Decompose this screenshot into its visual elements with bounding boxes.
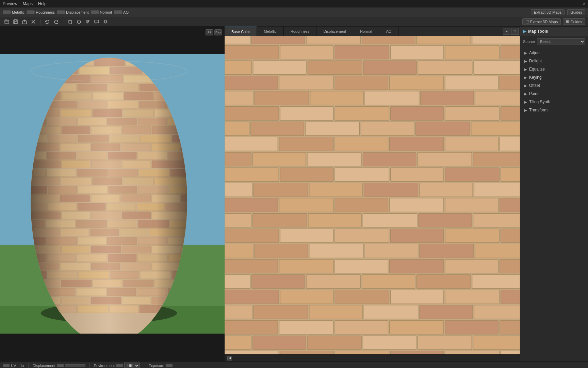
close-button[interactable]: × bbox=[583, 1, 585, 6]
map-tools-header: ▶ Map Tools bbox=[520, 27, 588, 36]
normal-toggle-box[interactable] bbox=[91, 10, 99, 14]
equalize-label: Equalize bbox=[529, 67, 545, 72]
svg-rect-259 bbox=[254, 183, 308, 197]
svg-rect-2 bbox=[14, 20, 16, 21]
adjust-icon[interactable] bbox=[84, 18, 92, 26]
transform-item[interactable]: ▶ Transform bbox=[520, 106, 588, 114]
svg-rect-307 bbox=[254, 305, 308, 319]
displacement-toggle-box[interactable] bbox=[57, 10, 65, 14]
tab-tool-1[interactable]: ■ bbox=[503, 28, 510, 35]
displacement-bar-toggle[interactable] bbox=[57, 364, 64, 367]
title-bar: Preview Maps Help × bbox=[0, 0, 588, 7]
metallic-toggle[interactable]: Metallic bbox=[3, 10, 24, 14]
layers-icon[interactable] bbox=[101, 18, 110, 26]
svg-rect-316 bbox=[445, 320, 498, 334]
tiling-synth-item[interactable]: ▶ Tiling Synth bbox=[520, 98, 588, 106]
svg-rect-249 bbox=[363, 152, 416, 166]
svg-rect-319 bbox=[252, 336, 306, 350]
svg-rect-256 bbox=[445, 168, 499, 182]
bottom-sep-2 bbox=[89, 363, 90, 368]
undo-icon[interactable] bbox=[43, 18, 51, 26]
texture-canvas[interactable] bbox=[225, 36, 520, 354]
tab-roughness[interactable]: Roughness bbox=[284, 27, 317, 36]
guides-button-2[interactable]: ⊞ Guides bbox=[563, 18, 585, 25]
svg-rect-276 bbox=[225, 229, 279, 243]
svg-rect-236 bbox=[305, 122, 359, 136]
svg-rect-212 bbox=[308, 61, 362, 75]
guides-button[interactable]: Guides bbox=[567, 9, 585, 15]
svg-rect-329 bbox=[501, 351, 520, 354]
tab-normal[interactable]: Normal bbox=[353, 27, 379, 36]
extract-3d-maps-button[interactable]: Extract 3D Maps bbox=[531, 9, 565, 15]
tab-metallic[interactable]: Metallic bbox=[257, 27, 283, 36]
svg-rect-271 bbox=[252, 214, 307, 228]
svg-rect-247 bbox=[252, 152, 306, 166]
crop-icon[interactable] bbox=[66, 18, 74, 26]
tab-tool-2[interactable]: □ bbox=[511, 28, 519, 35]
uv-toggle[interactable] bbox=[3, 364, 10, 367]
equalize-item[interactable]: ▶ Equalize bbox=[520, 65, 588, 73]
save-icon[interactable] bbox=[12, 18, 20, 26]
fit-button[interactable]: Fit bbox=[206, 29, 213, 35]
environment-toggle[interactable] bbox=[116, 364, 123, 367]
svg-rect-293 bbox=[500, 259, 520, 273]
svg-rect-262 bbox=[420, 183, 473, 197]
paint-item[interactable]: ▶ Paint bbox=[520, 90, 588, 98]
menu-help[interactable]: Help bbox=[38, 1, 47, 6]
svg-rect-14 bbox=[95, 20, 99, 23]
svg-rect-311 bbox=[474, 305, 520, 319]
scrubber-left[interactable]: ◀ bbox=[227, 356, 232, 361]
offset-item[interactable]: ▶ Offset bbox=[520, 81, 588, 90]
svg-rect-208 bbox=[445, 45, 499, 59]
svg-rect-281 bbox=[501, 229, 520, 243]
environment-label: Environment bbox=[94, 364, 115, 368]
transform-icon[interactable] bbox=[75, 18, 83, 26]
svg-rect-273 bbox=[363, 214, 417, 228]
tab-displacement[interactable]: Displacement bbox=[316, 27, 353, 36]
svg-rect-255 bbox=[391, 168, 444, 182]
tab-ao[interactable]: AO bbox=[379, 27, 398, 36]
exposure-toggle[interactable] bbox=[166, 364, 173, 367]
export-icon[interactable] bbox=[20, 18, 29, 26]
redo-icon[interactable] bbox=[52, 18, 60, 26]
displacement-toggle[interactable]: Displacement bbox=[57, 10, 89, 14]
svg-rect-238 bbox=[415, 122, 470, 136]
adjust-arrow: ▶ bbox=[524, 51, 527, 55]
svg-rect-210 bbox=[225, 61, 252, 75]
svg-rect-300 bbox=[225, 290, 279, 304]
roughness-toggle[interactable]: Roughness bbox=[27, 10, 55, 14]
svg-rect-217 bbox=[279, 76, 333, 90]
displacement-label: Displacement bbox=[66, 10, 89, 14]
svg-rect-322 bbox=[418, 336, 472, 350]
svg-rect-326 bbox=[335, 351, 389, 354]
menu-preview[interactable]: Preview bbox=[3, 1, 17, 6]
chat-icon[interactable] bbox=[93, 18, 101, 26]
reset-button[interactable]: Res bbox=[214, 29, 222, 35]
normal-toggle[interactable]: Normal bbox=[91, 10, 112, 14]
tiling-synth-label: Tiling Synth bbox=[529, 99, 550, 104]
displacement-slider[interactable] bbox=[65, 364, 85, 367]
svg-rect-284 bbox=[309, 244, 363, 258]
open-icon[interactable] bbox=[3, 18, 11, 26]
metallic-toggle-box[interactable] bbox=[3, 10, 11, 14]
tab-base-color[interactable]: Base Color bbox=[225, 27, 257, 36]
delight-item[interactable]: ▶ Delight bbox=[520, 57, 588, 65]
svg-rect-264 bbox=[225, 198, 278, 212]
ao-toggle-box[interactable] bbox=[114, 10, 122, 14]
uv-label: UV bbox=[11, 364, 16, 368]
svg-rect-199 bbox=[252, 36, 305, 44]
close-icon[interactable] bbox=[29, 18, 37, 26]
svg-rect-209 bbox=[501, 45, 520, 59]
source-select[interactable]: Select... bbox=[537, 38, 585, 45]
adjust-item[interactable]: ▶ Adjust bbox=[520, 49, 588, 57]
environment-select[interactable]: Hill bbox=[124, 363, 140, 368]
svg-rect-266 bbox=[335, 198, 388, 212]
svg-rect-261 bbox=[364, 183, 418, 197]
menu-maps[interactable]: Maps bbox=[23, 1, 33, 6]
ao-toggle[interactable]: AO bbox=[114, 10, 129, 14]
roughness-toggle-box[interactable] bbox=[27, 10, 35, 14]
extract-3d-maps-button-2[interactable]: ⬚ Extract 3D Maps bbox=[522, 18, 561, 25]
keying-item[interactable]: ▶ Keying bbox=[520, 73, 588, 81]
zoom-label: 1x bbox=[20, 364, 24, 368]
ao-label: AO bbox=[123, 10, 129, 14]
